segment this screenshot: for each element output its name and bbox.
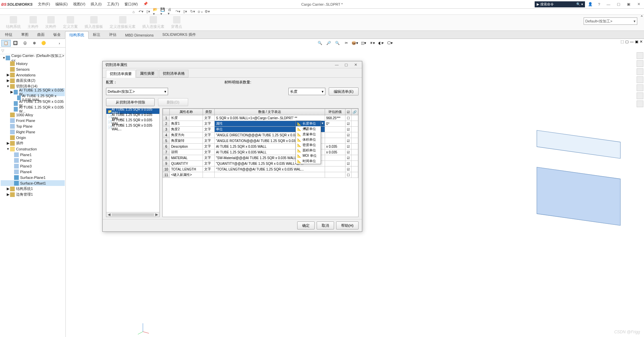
edit-list-button[interactable]: 编辑清单(E) [329, 87, 359, 95]
table-row[interactable]: 2角度1文字属性 ▾0°☑ [163, 121, 358, 127]
tab-SOLIDWORKS 插件[interactable]: SOLIDWORKS 插件 [158, 31, 200, 39]
section-icon[interactable]: ✂ [343, 40, 350, 46]
unit-option[interactable]: 📐体积单位 [296, 137, 321, 142]
tab-草图[interactable]: 草图 [17, 31, 33, 39]
display-style-icon[interactable]: ◫▾ [360, 40, 367, 46]
tree-root[interactable]: ▾Cargo Carrier- (Default<按加工> << [1, 55, 65, 61]
tab-评估[interactable]: 评估 [105, 31, 121, 39]
task-appearance-icon[interactable] [637, 84, 643, 91]
unit-option[interactable]: 📐时间单位 [296, 158, 321, 164]
table-row[interactable]: 7说明文字AI TUBE 1.25 SQR x 0.035 WALLx 0.03… [163, 149, 358, 155]
rebuild-icon[interactable]: ↻▾ [190, 9, 195, 14]
table-row[interactable]: 5角度旋转文字"ANGLE ROTATION@@@AI TUBE 1.25 SQ… [163, 138, 358, 144]
tree-item[interactable]: Surface-Offset1 [1, 180, 65, 186]
col-type[interactable]: 类型 [203, 109, 215, 115]
ok-button[interactable]: 确定 [297, 221, 315, 229]
table-row[interactable]: 1长度文字S SQR x 0.035 WALL<1>@Cargo Carrier… [163, 115, 358, 121]
task-design-lib-icon[interactable] [637, 60, 643, 67]
scrollbar[interactable]: ◀▶ [106, 212, 159, 217]
task-view-palette-icon[interactable] [637, 76, 643, 83]
vp-max-icon[interactable]: ▣ [635, 40, 638, 44]
table-row[interactable]: 8MATERIAL文字"SW-Material@@@AI TUBE 1.25 S… [163, 155, 358, 161]
tree-item[interactable]: Origin [1, 135, 65, 140]
unit-option[interactable]: 📐面积单位 [296, 148, 321, 153]
bom-qty-select[interactable]: 长度▾ [288, 88, 325, 95]
tree-item[interactable]: ▶插件 [1, 140, 65, 146]
fm-config-tab-icon[interactable]: 🛈 [20, 40, 30, 47]
col-expr[interactable]: 数值 / 文字表达 [214, 109, 325, 115]
vp-icon2[interactable]: ▢ [625, 40, 629, 44]
window-restore[interactable]: ▢ [614, 1, 623, 7]
help-icon[interactable]: ? [596, 1, 602, 7]
fm-expand-icon[interactable]: › [55, 40, 64, 47]
tree-item[interactable]: AI TUBE 1.25 SQR x 0.035 W... [1, 106, 65, 112]
dialog-minimize[interactable]: — [333, 62, 340, 68]
tree-item[interactable]: Front Plane [1, 118, 65, 123]
tree-item[interactable]: Surface-Plane1 [1, 175, 65, 180]
unit-option[interactable]: 📐密度单位 [296, 142, 321, 148]
menu-pin-icon[interactable]: 📌 [141, 2, 151, 7]
undo-icon[interactable]: ↷▾ [175, 9, 180, 14]
cancel-button[interactable]: 取消 [317, 221, 334, 229]
tree-item[interactable]: ▶Annotations [1, 72, 65, 78]
col-check[interactable]: ☑ [345, 109, 351, 115]
fm-filter-icon[interactable]: ▽ [0, 48, 65, 54]
vp-close-icon[interactable]: ✕ [640, 40, 643, 44]
tree-item[interactable]: ▶结构系统1 [1, 186, 65, 192]
cutlist-item[interactable]: 📄AI TUBE 1.25 SQR x 0.035 WAL... [106, 125, 159, 130]
zoom-area-icon[interactable]: 🔎 [325, 40, 332, 46]
menu-edit[interactable]: 编辑(E) [53, 2, 70, 7]
tree-item[interactable]: Plane2 [1, 157, 65, 163]
task-resources-icon[interactable] [637, 52, 643, 59]
tab-MBD Dimensions[interactable]: MBD Dimensions [121, 32, 158, 39]
tree-item[interactable]: Top Plane [1, 123, 65, 129]
tab-特征[interactable]: 特征 [1, 31, 17, 39]
menu-tools[interactable]: 工具(T) [104, 2, 122, 7]
fm-property-tab-icon[interactable]: 🔲 [11, 40, 20, 47]
prev-view-icon[interactable]: 🔍 [334, 40, 341, 46]
task-props-icon[interactable] [637, 92, 643, 99]
menu-insert[interactable]: 插入(I) [88, 2, 104, 7]
tab-钣金[interactable]: 钣金 [49, 31, 65, 39]
new-icon[interactable]: ▯▾ [146, 9, 151, 14]
options-icon[interactable]: ⛭▾ [197, 9, 203, 14]
view-orient-icon[interactable]: 📦▾ [352, 40, 358, 46]
table-row[interactable]: 4角度方向文字"ANGLE DIRECTION@@@AI TUBE 1.25 S… [163, 132, 358, 138]
settings-icon[interactable]: ⚙▾ [205, 9, 210, 14]
fm-appearance-tab-icon[interactable]: 🟡 [39, 40, 48, 47]
unit-option[interactable]: 📐MOI 单位 [296, 153, 321, 158]
tree-item[interactable]: Plane1 [1, 152, 65, 157]
col-name[interactable]: 属性名称 [170, 109, 203, 115]
tree-item[interactable]: ▶边角管理1 [1, 192, 65, 197]
window-maximize[interactable]: ▣ [625, 1, 633, 7]
task-explorer-icon[interactable] [637, 68, 643, 75]
col-eval[interactable]: 评估的值 [325, 109, 345, 115]
ribbon-collapse-icon[interactable]: ^ [641, 15, 643, 19]
unit-option[interactable]: 📐角度单位 [296, 126, 321, 132]
save-icon[interactable]: 💾▾ [160, 9, 166, 14]
home-icon[interactable]: ⌂ [131, 9, 136, 14]
exclude-button[interactable]: 从切割清单中排除 [106, 98, 155, 106]
configuration-select[interactable]: Default<按加工>▾ [584, 17, 637, 25]
table-row[interactable]: 11<键入新属性>☐ [163, 172, 358, 178]
scene-icon[interactable]: ☀▾ [369, 40, 376, 46]
table-row[interactable]: 6Description文字AI TUBE 1.25 SQR x 0.035 W… [163, 144, 358, 149]
dialog-tab-0[interactable]: 切割清单摘要 [106, 70, 136, 78]
tree-item[interactable]: Plane3 [1, 163, 65, 169]
vp-icon1[interactable]: ⬚ [621, 40, 624, 44]
fm-tree-tab-icon[interactable]: 📋 [1, 40, 11, 47]
dialog-tab-1[interactable]: 属性摘要 [136, 70, 158, 77]
zoom-fit-icon[interactable]: 🔍 [317, 40, 323, 46]
col-link[interactable]: 🔗 [351, 109, 358, 115]
dialog-tab-2[interactable]: 切割清单表格 [159, 70, 189, 77]
tree-item[interactable]: Plane4 [1, 169, 65, 175]
dialog-maximize[interactable]: ▢ [342, 62, 350, 68]
print-icon[interactable]: 🖨▾ [168, 9, 173, 14]
tree-item[interactable]: ▾Construction [1, 146, 65, 152]
help-button[interactable]: 帮助(H) [336, 221, 359, 229]
settings-icon[interactable]: 🖵▾ [386, 40, 393, 46]
table-row[interactable]: 10TOTAL LENGTH文字"TOTAL LENGTH@@@AI TUBE … [163, 166, 358, 172]
select-icon[interactable]: ▯▾ [182, 9, 188, 14]
back-icon[interactable]: ↶▾ [138, 9, 144, 14]
user-icon[interactable]: 👤 [587, 1, 594, 7]
